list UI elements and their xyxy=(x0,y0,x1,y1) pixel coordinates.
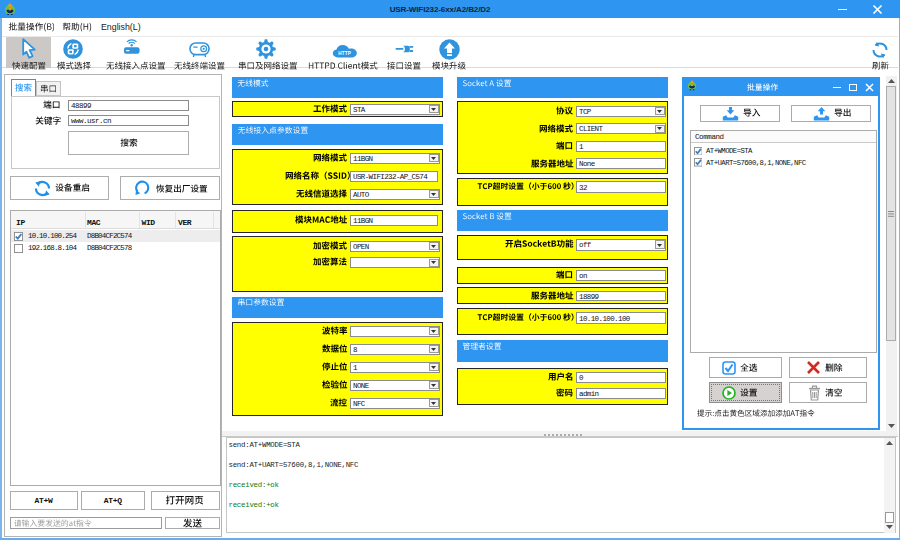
svg-text:HTTP: HTTP xyxy=(338,50,351,55)
